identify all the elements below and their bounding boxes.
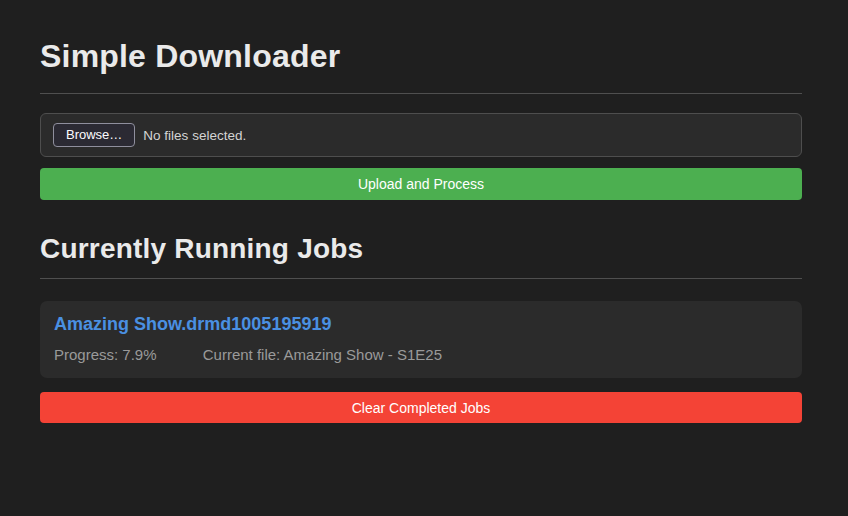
- file-input[interactable]: Browse… No files selected.: [40, 113, 802, 157]
- jobs-section-divider: [40, 278, 802, 279]
- file-status-text: No files selected.: [143, 128, 246, 143]
- clear-completed-jobs-button[interactable]: Clear Completed Jobs: [40, 392, 802, 423]
- header-divider: [40, 93, 802, 94]
- job-title-link[interactable]: Amazing Show.drmd1005195919: [54, 314, 331, 335]
- job-current-file-text: Current file: Amazing Show - S1E25: [203, 346, 442, 363]
- job-progress-text: Progress: 7.9%: [54, 346, 157, 364]
- upload-and-process-button[interactable]: Upload and Process: [40, 168, 802, 200]
- jobs-section-heading: Currently Running Jobs: [40, 233, 802, 265]
- job-meta-row: Progress: 7.9% Current file: Amazing Sho…: [54, 346, 788, 364]
- job-card: Amazing Show.drmd1005195919 Progress: 7.…: [40, 301, 802, 378]
- browse-button[interactable]: Browse…: [53, 123, 135, 147]
- page-title: Simple Downloader: [40, 38, 802, 75]
- page-container: Simple Downloader Browse… No files selec…: [40, 38, 802, 423]
